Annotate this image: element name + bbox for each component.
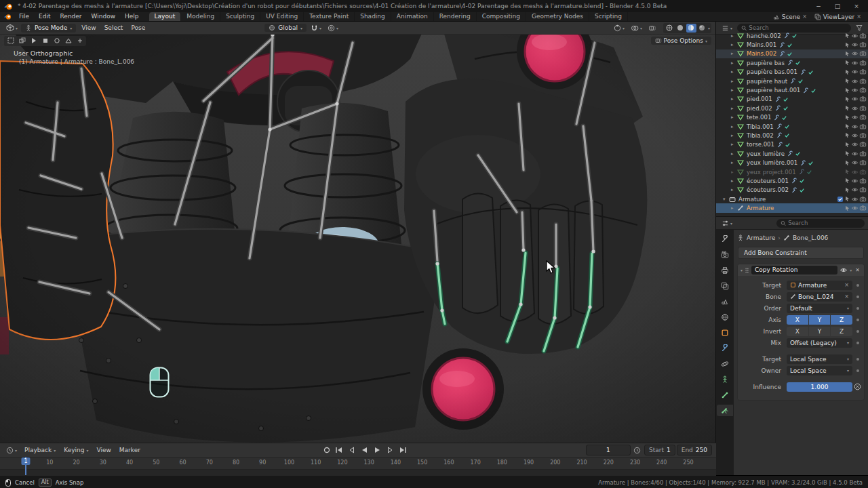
playhead-frame-badge[interactable]: 1 [21,458,30,465]
animate-decorator-icon[interactable] [856,330,859,333]
hide-viewport-eye-icon[interactable] [851,60,859,66]
hide-viewport-eye-icon[interactable] [851,50,859,57]
workspace-tab-sculpting[interactable]: Sculpting [220,12,260,21]
view-layer-selector[interactable]: ViewLayer × [812,14,864,20]
overlays-icon[interactable]: ▾ [629,24,644,33]
outliner-row-mains-001[interactable]: ▸Mains.001 [716,40,868,49]
selectable-cursor-icon[interactable] [844,150,850,157]
menu-window[interactable]: Window [87,12,121,21]
shading-rendered-icon[interactable] [697,24,707,33]
hide-viewport-eye-icon[interactable] [851,132,859,139]
influence-slider[interactable]: 1.000 [787,382,852,392]
frame-end-field[interactable]: End250 [677,445,712,455]
outliner-row-torse-001[interactable]: ▸torse.001 [716,140,868,149]
tool-option-icon-5[interactable] [63,37,73,45]
disable-render-camera-icon[interactable] [859,114,867,121]
menu-file[interactable]: File [14,12,34,21]
properties-tab-modifiers[interactable] [717,342,733,354]
expand-arrow-icon[interactable]: ▸ [731,115,737,120]
selectable-cursor-icon[interactable] [844,60,850,66]
viewport-menu-pose[interactable]: Pose [127,22,149,34]
properties-tab-object-data[interactable] [717,373,733,385]
menu-help[interactable]: Help [120,12,144,21]
hide-viewport-eye-icon[interactable] [851,33,859,39]
disable-render-camera-icon[interactable] [859,87,867,94]
selectable-cursor-icon[interactable] [844,105,850,111]
animate-decorator-icon[interactable] [856,284,859,287]
expand-arrow-icon[interactable]: ▸ [731,133,737,138]
constraint-extras-icon[interactable]: ▾ [850,268,852,272]
maximize-icon[interactable]: □ [829,0,846,12]
outliner-row-mains-002[interactable]: ▸Mains.002 [716,49,868,58]
outliner-row-couteurs-001[interactable]: ▸écouteurs.001 [716,176,868,185]
properties-tab-bone[interactable] [717,389,733,401]
current-frame-field[interactable]: 1 [586,445,631,455]
properties-tab-view-layer[interactable] [717,280,733,291]
outliner-row-hanche-002[interactable]: ▸hanche.002 [716,31,868,40]
properties-editor-type-icon[interactable]: ▾ [719,219,734,228]
breadcrumb-object[interactable]: Armature [747,235,775,241]
target-bone-field[interactable]: Bone_L.024 × [787,292,852,302]
workspace-tab-scripting[interactable]: Scripting [589,12,628,21]
workspace-tab-shading[interactable]: Shading [355,12,391,21]
selectable-cursor-icon[interactable] [844,78,850,84]
expand-arrow-icon[interactable]: ▸ [731,106,737,111]
disable-render-camera-icon[interactable] [859,169,867,176]
add-bone-constraint-button[interactable]: Add Bone Constraint [738,247,864,259]
timeline-ruler[interactable]: 1102030405060708090100110120130140150160… [0,458,716,470]
blender-menu-icon[interactable] [0,12,14,21]
invert-y-toggle[interactable]: Y [809,327,831,336]
expand-arrow-icon[interactable]: ▾ [723,197,729,202]
axis-x-toggle[interactable]: X [787,315,808,325]
outliner-row-couteurs-002[interactable]: ▸écouteurs.002 [716,186,868,195]
workspace-tab-geometry-nodes[interactable]: Geometry Nodes [526,12,589,21]
disable-render-camera-icon[interactable] [859,41,867,48]
jump-to-end-icon[interactable] [398,445,409,455]
selectable-cursor-icon[interactable] [844,115,850,121]
properties-search-input[interactable] [788,220,861,226]
viewport-menu-select[interactable]: Select [100,22,127,34]
outliner-row-paupi-re-haut[interactable]: ▸paupière haut [716,77,868,85]
selectable-cursor-icon[interactable] [844,132,850,138]
breadcrumb-bone[interactable]: Bone_L.006 [793,235,828,241]
selectable-cursor-icon[interactable] [844,96,850,102]
expand-arrow-icon[interactable]: ▸ [731,96,737,102]
hide-viewport-eye-icon[interactable] [851,178,859,184]
expand-arrow-icon[interactable]: ▸ [731,33,737,39]
selectable-cursor-icon[interactable] [844,51,850,57]
close-icon[interactable]: × [848,0,865,12]
disable-render-camera-icon[interactable] [859,141,867,148]
animate-decorator-icon[interactable] [856,358,859,361]
tool-option-icon-1[interactable] [17,37,27,45]
disable-render-camera-icon[interactable] [859,96,867,102]
play-reverse-icon[interactable] [359,445,370,455]
outliner-search-input[interactable] [749,24,847,31]
constraint-enable-eye-icon[interactable] [840,266,848,274]
hide-viewport-eye-icon[interactable] [851,96,859,102]
expand-arrow-icon[interactable]: ▸ [731,187,737,192]
shading-solid-icon[interactable] [675,24,686,33]
outliner-row-tete-001[interactable]: ▸tete.001 [716,113,868,122]
jump-to-start-icon[interactable] [334,445,344,455]
clear-target-icon[interactable]: × [844,282,849,288]
xray-toggle-icon[interactable] [646,24,658,33]
disable-render-camera-icon[interactable] [859,78,867,85]
disable-render-camera-icon[interactable] [859,159,867,166]
disable-render-camera-icon[interactable] [859,196,867,203]
use-preview-range-icon[interactable] [632,445,643,455]
hide-viewport-eye-icon[interactable] [851,141,859,148]
workspace-tab-rendering[interactable]: Rendering [434,12,477,21]
active-tool-icon[interactable] [5,37,16,45]
viewport-menu-view[interactable]: View [77,22,100,34]
auto-keying-icon[interactable] [321,445,332,455]
axis-z-toggle[interactable]: Z [831,315,852,325]
hide-viewport-eye-icon[interactable] [851,150,859,157]
menu-render[interactable]: Render [56,12,87,21]
properties-tab-output[interactable] [717,264,733,276]
outliner-row-paupi-re-bas[interactable]: ▸paupière bas [716,58,868,67]
hide-viewport-eye-icon[interactable] [851,114,859,121]
editor-type-icon[interactable]: ▾ [4,23,20,33]
target-space-dropdown[interactable]: Local Space ▾ [787,354,852,364]
hide-viewport-eye-icon[interactable] [851,41,859,48]
selectable-cursor-icon[interactable] [844,142,850,148]
